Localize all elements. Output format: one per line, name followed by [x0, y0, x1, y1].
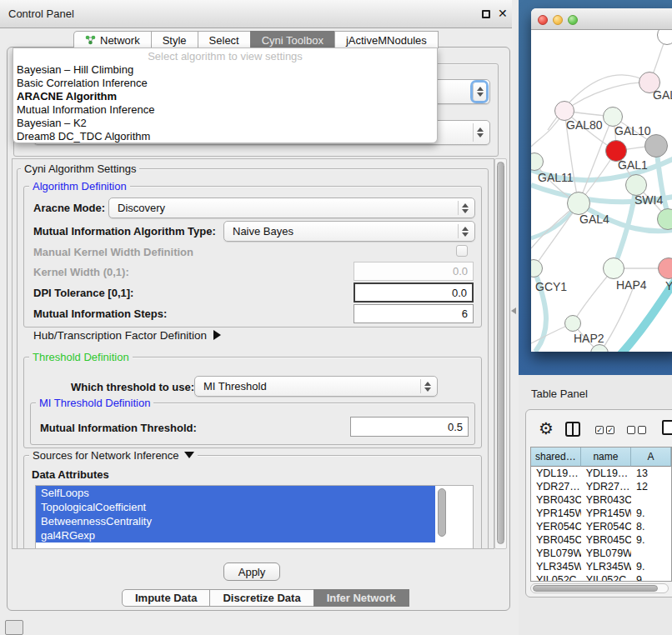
cell-shared-name: YLR345W [531, 560, 581, 573]
table-row[interactable]: YER054C YER054C 8. [531, 520, 671, 533]
dpi-tolerance-field[interactable]: 0.0 [354, 282, 474, 302]
mi-steps-label: Mutual Information Steps: [33, 308, 167, 320]
cyni-bottom-tab[interactable]: Discretize Data [209, 589, 313, 607]
cell-shared-name: YBL079W [531, 547, 581, 560]
attribute-item-selected[interactable]: TopologicalCoefficient [36, 500, 435, 514]
cyni-bottom-tab[interactable]: Impute Data [122, 589, 210, 607]
cell-value: 9. [631, 560, 671, 573]
table-row[interactable]: YBR043C YBR043C [531, 493, 671, 507]
algorithm-option[interactable]: ARACNE Algorithm [13, 90, 437, 103]
tab-label: Style [163, 34, 187, 47]
network-node[interactable] [603, 258, 624, 279]
kernel-width-field[interactable]: 0.0 [354, 262, 474, 281]
network-view-window[interactable]: GALGAL80GAL10GAL1GAL11SWI4GAL4GCY1HAP4YH… [531, 8, 672, 352]
select-all-checkbox-icon[interactable]: ✓ [606, 426, 614, 434]
combo-stepper [473, 82, 486, 101]
split-pane-handle[interactable] [511, 308, 516, 314]
tab-label: jActiveMNodules [346, 34, 427, 47]
window-zoom-icon[interactable] [568, 15, 578, 25]
attribute-list-scrollbar[interactable] [438, 488, 446, 537]
table-horizontal-scrollbar[interactable] [530, 583, 669, 593]
settings-scrollbar-thumb[interactable] [497, 162, 504, 544]
control-panel-tab[interactable]: jActiveMNodules [334, 31, 439, 48]
expander-expanded-icon [184, 452, 194, 458]
select-all-checkbox-icon[interactable]: ✓ [595, 426, 604, 434]
cell-value: 12 [631, 480, 671, 493]
combo-stepper [473, 123, 486, 142]
algorithm-dropdown-popup: Select algorithm to view settings Bayesi… [13, 48, 438, 143]
table-row[interactable]: YDL19… YDL19… 13 [531, 467, 671, 480]
algorithm-definition-title: Algorithm Definition [29, 180, 130, 192]
attribute-item-selected[interactable]: SelfLoops [36, 486, 435, 500]
settings-scrollbar[interactable] [494, 158, 507, 549]
cell-shared-name: YDR27… [531, 480, 581, 493]
table-settings-gear-icon[interactable]: ⚙ [539, 419, 554, 438]
tab-label: Cyni Toolbox [262, 34, 323, 47]
table-column-header[interactable]: A [631, 448, 671, 467]
attribute-item-selected[interactable]: BetweennessCentrality [36, 514, 435, 528]
table-row[interactable]: YIL052C YIL052C 9. [531, 573, 671, 582]
mi-steps-field[interactable]: 6 [354, 304, 474, 323]
apply-button[interactable]: Apply [223, 562, 280, 581]
deselect-all-checkbox-icon[interactable] [638, 426, 646, 434]
table-panel-title: Table Panel [531, 388, 588, 400]
control-panel-tab[interactable]: Network [73, 31, 152, 48]
mi-algorithm-type-label: Mutual Information Algorithm Type: [33, 225, 216, 238]
control-panel-tab[interactable]: Cyni Toolbox [250, 31, 335, 48]
control-panel-tab[interactable]: Style [151, 31, 198, 48]
control-panel-tab[interactable]: Select [198, 31, 251, 48]
table-row[interactable]: YBR045C YBR045C 9. [531, 533, 671, 547]
close-panel-icon[interactable]: ✕ [498, 7, 508, 20]
table-row[interactable]: YLR345W YLR345W 9. [531, 560, 671, 573]
column-browser-icon[interactable] [565, 422, 580, 437]
cell-value [631, 547, 671, 560]
which-threshold-label: Which threshold to use: [71, 381, 194, 393]
algorithm-option[interactable]: Basic Correlation Inference [13, 77, 437, 90]
table-row[interactable]: YPR145W YPR145W 9. [531, 507, 671, 520]
manual-kernel-width-checkbox[interactable] [456, 245, 468, 257]
aracne-mode-value: Discovery [118, 202, 165, 214]
cell-value: 9. [631, 533, 671, 547]
cell-name: YBR045C [581, 533, 631, 547]
table-row[interactable]: YDR27… YDR27… 12 [531, 480, 671, 493]
sources-title-label: Sources for Network Inference [33, 449, 179, 462]
export-table-icon[interactable] [662, 420, 672, 435]
network-canvas[interactable]: GALGAL80GAL10GAL1GAL11SWI4GAL4GCY1HAP4YH… [531, 30, 672, 352]
window-minimize-icon[interactable] [553, 15, 563, 25]
algorithm-option[interactable]: Bayesian – K2 [13, 117, 437, 130]
algorithm-option[interactable]: Dream8 DC_TDC Algorithm [13, 130, 437, 143]
table-row[interactable]: YBL079W YBL079W [531, 547, 671, 560]
tab-label: Select [209, 34, 239, 47]
algorithm-option[interactable]: Bayesian – Hill Climbing [13, 63, 437, 77]
attribute-item-selected[interactable]: gal4RGexp [36, 528, 435, 542]
cell-name: YBL079W [581, 547, 631, 560]
mi-algorithm-type-combo[interactable]: Naive Bayes [223, 221, 475, 242]
window-close-icon[interactable] [538, 15, 548, 25]
network-window-titlebar[interactable] [531, 8, 672, 30]
aracne-mode-combo[interactable]: Discovery [108, 198, 475, 218]
table-column-header[interactable]: name [581, 448, 632, 467]
algorithm-option[interactable]: Mutual Information Inference [13, 103, 437, 117]
network-node[interactable] [567, 192, 590, 215]
mi-threshold-field[interactable]: 0.5 [350, 417, 469, 437]
float-panel-icon[interactable] [482, 10, 490, 18]
table-horizontal-scrollbar-thumb[interactable] [533, 585, 658, 592]
bottom-left-corner-button[interactable] [5, 620, 23, 635]
network-node-label: GAL10 [614, 124, 651, 138]
hub-tf-definition-expander[interactable]: Hub/Transcription Factor Definition [33, 329, 221, 342]
network-node[interactable] [644, 134, 668, 158]
hub-tf-definition-label: Hub/Transcription Factor Definition [33, 329, 207, 342]
cyni-bottom-tab[interactable]: Infer Network [313, 589, 409, 607]
mi-algorithm-type-value: Naive Bayes [233, 225, 293, 238]
table-column-header[interactable]: shared… [531, 448, 581, 467]
cell-shared-name: YBR043C [531, 493, 581, 507]
combo-stepper [420, 379, 434, 393]
network-node[interactable] [564, 315, 581, 332]
node-table-body: YDL19… YDL19… 13 YDR27… YDR27… 12 YBR043… [531, 467, 671, 582]
deselect-all-checkbox-icon[interactable] [627, 426, 635, 434]
network-node-label: GAL80 [566, 118, 603, 132]
network-node-label: HAP4 [616, 278, 647, 292]
algorithm-popup-prompt: Select algorithm to view settings [13, 50, 437, 63]
sources-title[interactable]: Sources for Network Inference [29, 449, 198, 462]
which-threshold-combo[interactable]: MI Threshold [194, 376, 438, 397]
